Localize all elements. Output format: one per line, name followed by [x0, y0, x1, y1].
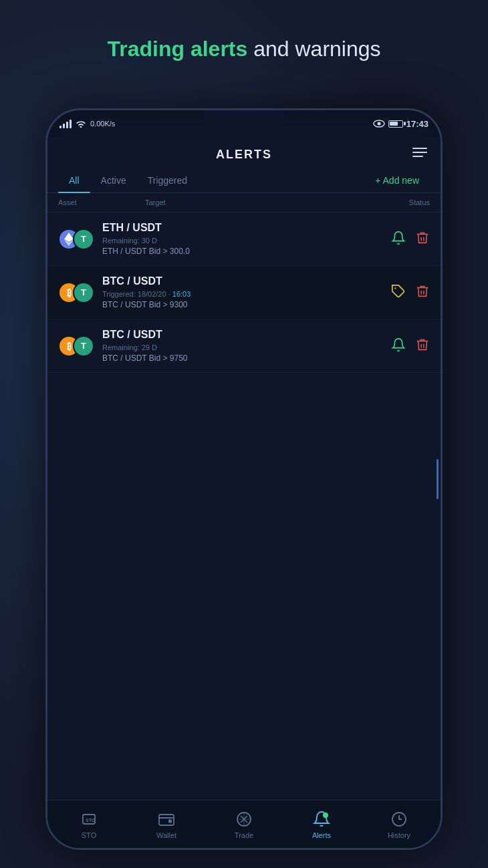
- col-status-header: Status: [370, 198, 430, 206]
- svg-point-1: [377, 122, 380, 126]
- trade-icon: [235, 810, 253, 829]
- nav-item-history[interactable]: History: [360, 806, 438, 843]
- battery-icon: [388, 120, 403, 128]
- coin-icons-btc-usdt-2: ₿ T: [58, 333, 96, 359]
- tabs-bar: All Active Triggered + Add new: [47, 168, 441, 193]
- alert-list: T ETH / USDT Remaining: 30 D ETH / USDT …: [47, 212, 441, 800]
- alerts-nav-icon: [312, 810, 331, 829]
- alert-info-2: BTC / USDT Triggered: 18/02/20 · 16:03 B…: [102, 275, 384, 309]
- coin-icons-eth-usdt: T: [58, 227, 96, 252]
- history-icon: [390, 810, 408, 829]
- app-header: ALERTS: [47, 137, 441, 168]
- col-target-header: Target: [145, 198, 370, 206]
- headline-rest: and warnings: [247, 37, 380, 61]
- sto-icon: STO: [80, 810, 98, 829]
- nav-item-wallet[interactable]: Wallet: [128, 806, 205, 843]
- trash-icon-3[interactable]: [415, 337, 430, 355]
- nav-label-trade: Trade: [235, 831, 253, 839]
- tag-icon[interactable]: [391, 284, 406, 301]
- usdt-coin-icon-2: T: [73, 282, 94, 303]
- svg-rect-10: [168, 819, 172, 823]
- usdt-coin-icon-3: T: [73, 335, 94, 357]
- alert-sub-3: Remaining: 29 D: [102, 343, 384, 351]
- alert-item: ₿ T BTC / USDT Remaining: 29 D BTC / USD…: [47, 319, 441, 373]
- column-headers: Asset Target Status: [47, 193, 441, 212]
- bell-icon-1[interactable]: [391, 231, 406, 248]
- svg-marker-2: [64, 233, 74, 242]
- time-text: 17:43: [406, 119, 429, 129]
- usdt-coin-icon-1: T: [73, 229, 94, 250]
- tab-triggered[interactable]: Triggered: [137, 168, 198, 192]
- svg-text:STO: STO: [86, 818, 96, 823]
- status-left: 0.00K/s: [59, 119, 115, 128]
- alert-condition-2: BTC / USDT Bid > 9300: [102, 300, 384, 309]
- tab-active[interactable]: Active: [90, 168, 137, 192]
- alert-actions-1: [391, 231, 430, 248]
- phone-notch: [204, 110, 284, 129]
- trash-icon-2[interactable]: [415, 284, 430, 301]
- nav-label-sto: STO: [82, 831, 96, 839]
- bell-icon-3[interactable]: [391, 337, 406, 355]
- alert-pair-3: BTC / USDT: [102, 329, 384, 341]
- trash-icon-1[interactable]: [415, 231, 430, 248]
- status-right: 17:43: [373, 119, 429, 129]
- signal-icon: [59, 119, 72, 128]
- nav-label-alerts: Alerts: [312, 831, 331, 839]
- coin-icons-btc-usdt-1: ₿ T: [58, 280, 96, 305]
- alert-sub-2: Triggered: 18/02/20 · 16:03: [102, 290, 384, 298]
- alert-actions-2: [391, 284, 430, 301]
- app-screen: ALERTS All Active Triggered + Add new As…: [47, 137, 441, 848]
- nav-label-history: History: [388, 831, 410, 839]
- tab-all[interactable]: All: [58, 168, 90, 192]
- speed-text: 0.00K/s: [90, 120, 115, 128]
- alert-pair-1: ETH / USDT: [102, 222, 384, 234]
- nav-item-sto[interactable]: STO STO: [50, 806, 128, 843]
- wallet-icon: [157, 810, 176, 829]
- headline-green: Trading alerts: [107, 37, 247, 61]
- scroll-indicator: [437, 459, 439, 499]
- alert-info-1: ETH / USDT Remaining: 30 D ETH / USDT Bi…: [102, 222, 384, 256]
- alert-item: ₿ T BTC / USDT Triggered: 18/02/20 · 16:…: [47, 266, 441, 319]
- alert-condition-3: BTC / USDT Bid > 9750: [102, 353, 384, 363]
- alert-pair-2: BTC / USDT: [102, 275, 384, 287]
- page-headline: Trading alerts and warnings: [0, 37, 488, 61]
- eye-status-icon: [373, 120, 385, 128]
- svg-point-12: [323, 813, 328, 818]
- phone-frame: 0.00K/s 17:43 ALERTS All: [45, 108, 443, 850]
- nav-item-trade[interactable]: Trade: [205, 806, 283, 843]
- wifi-icon: [76, 120, 86, 128]
- alert-info-3: BTC / USDT Remaining: 29 D BTC / USDT Bi…: [102, 329, 384, 363]
- menu-button[interactable]: [412, 148, 427, 157]
- tab-add-new[interactable]: + Add new: [364, 168, 430, 192]
- col-asset-header: Asset: [58, 198, 145, 206]
- app-title: ALERTS: [216, 148, 272, 162]
- nav-label-wallet: Wallet: [156, 831, 176, 839]
- alert-actions-3: [391, 337, 430, 355]
- alert-item: T ETH / USDT Remaining: 30 D ETH / USDT …: [47, 212, 441, 266]
- alert-sub-1: Remaining: 30 D: [102, 237, 384, 245]
- bottom-nav: STO STO Wallet: [47, 800, 441, 848]
- alert-condition-1: ETH / USDT Bid > 300.0: [102, 247, 384, 256]
- nav-item-alerts[interactable]: Alerts: [283, 806, 360, 843]
